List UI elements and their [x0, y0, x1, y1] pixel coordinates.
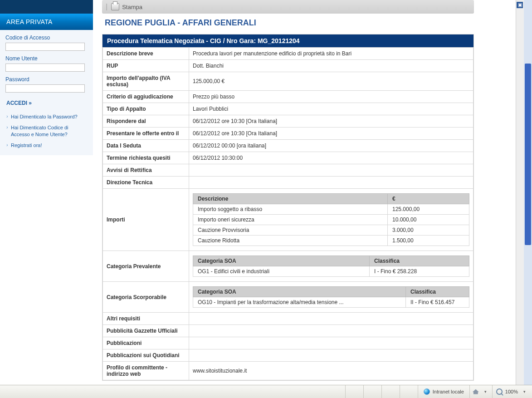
- row-pubblicazioni: Pubblicazioni: [103, 337, 473, 349]
- sidebar: AREA PRIVATA Codice di Accesso Nome Uten…: [0, 0, 93, 385]
- zone-label: Intranet locale: [433, 389, 464, 394]
- print-button[interactable]: Stampa: [111, 3, 142, 10]
- label: Importi: [103, 189, 189, 251]
- status-home[interactable]: ▾: [469, 385, 492, 398]
- value: www.sitoistituzionale.it: [189, 362, 473, 380]
- label: Presentare le offerte entro il: [103, 128, 189, 140]
- label: Termine richiesta quesiti: [103, 152, 189, 164]
- label: Profilo di committente - indirizzo web: [103, 362, 189, 380]
- col-classifica: Classifica: [406, 287, 469, 297]
- value: Descrizione € Importo soggetto a ribasso…: [189, 189, 473, 251]
- label: Pubblicazioni: [103, 337, 189, 349]
- zoom-value: 100%: [505, 389, 518, 394]
- home-icon: [473, 389, 479, 394]
- label: Categoria Scorporabile: [103, 282, 189, 313]
- table-row: Cauzione Provvisoria3.000,00: [193, 225, 469, 236]
- chevron-down-icon[interactable]: ▾: [482, 389, 489, 394]
- register-link[interactable]: Registrati ora!: [11, 142, 42, 148]
- value: [189, 313, 473, 325]
- row-prevalente: Categoria Prevalente Categoria SOA Class…: [103, 251, 473, 282]
- col-classifica: Classifica: [370, 256, 469, 266]
- label: Rispondere dal: [103, 115, 189, 128]
- row-criterio: Criterio di aggiudicazione Prezzo più ba…: [103, 91, 473, 103]
- row-rispondere: Rispondere dal 06/12/2012 ore 10:30 [Ora…: [103, 115, 473, 128]
- user-input[interactable]: [5, 64, 85, 72]
- chevron-down-icon[interactable]: ▾: [521, 389, 528, 394]
- value: 125.000,00 €: [189, 72, 473, 91]
- col-soa: Categoria SOA: [193, 287, 406, 297]
- table-row: Importo oneri sicurezza10.000,00: [193, 215, 469, 225]
- status-seg-empty: [345, 385, 363, 398]
- importi-table: Descrizione € Importo soggetto a ribasso…: [193, 193, 469, 246]
- value: [189, 349, 473, 362]
- forgot-password-link[interactable]: Hai Dimenticato la Password?: [11, 114, 78, 119]
- value: Dott. Bianchi: [189, 60, 473, 72]
- collapse-icon[interactable]: ▣: [517, 2, 523, 8]
- help-links: Hai Dimenticato la Password? Hai Dimenti…: [5, 112, 88, 151]
- value: 06/12/2012 00:00 [ora italiana]: [189, 140, 473, 152]
- row-altri: Altri requisiti: [103, 313, 473, 325]
- forgot-code-user-link[interactable]: Hai Dimenticato Codice di Accesso e Nome…: [11, 125, 68, 138]
- detail-panel: Procedura Telematica Negoziata - CIG / N…: [102, 34, 474, 381]
- label: Pubblicazioni sui Quotidiani: [103, 349, 189, 362]
- label: Data I Seduta: [103, 140, 189, 152]
- row-gazzette: Pubblicità Gazzette Ufficiali: [103, 325, 473, 337]
- label: Descrizione breve: [103, 48, 189, 60]
- value: 06/12/2012 ore 10:30 [Ora Italiana]: [189, 128, 473, 140]
- globe-icon: [424, 388, 430, 395]
- row-quotidiani: Pubblicazioni sui Quotidiani: [103, 349, 473, 362]
- status-zoom[interactable]: 100% ▾: [492, 385, 532, 398]
- browser-statusbar: Intranet locale ▾ 100% ▾: [0, 385, 532, 398]
- value: [189, 325, 473, 337]
- row-scorporabile: Categoria Scorporabile Categoria SOA Cla…: [103, 282, 473, 313]
- print-icon: [111, 3, 119, 10]
- code-label: Codice di Accesso: [5, 34, 88, 41]
- table-row: Cauzione Ridotta1.500,00: [193, 236, 469, 246]
- pass-input[interactable]: [5, 84, 85, 93]
- zoom-icon: [496, 388, 503, 395]
- value: [189, 164, 473, 177]
- outer-scrollbar[interactable]: [524, 0, 532, 385]
- table-row: Importo soggetto a ribasso125.000,00: [193, 204, 469, 215]
- sidebar-top-bar: [0, 0, 93, 14]
- row-importo: Importo dell'appalto (IVA esclusa) 125.0…: [103, 72, 473, 91]
- table-row: OG1 - Edifici civili e industrialiI - Fi…: [193, 266, 469, 277]
- label: Direzione Tecnica: [103, 177, 189, 189]
- row-profilo: Profilo di committente - indirizzo web w…: [103, 362, 473, 380]
- inner-scrollbar[interactable]: ▣: [516, 0, 524, 385]
- value: [189, 337, 473, 349]
- label: Pubblicità Gazzette Ufficiali: [103, 325, 189, 337]
- login-form: Codice di Accesso Nome Utente Password A…: [0, 30, 93, 155]
- table-row: OG10 - Impianti per la trasformazione al…: [193, 297, 469, 308]
- value: 06/12/2012 ore 10:30 [Ora Italiana]: [189, 115, 473, 128]
- status-seg-empty: [381, 385, 400, 398]
- status-zone: Intranet locale: [418, 385, 469, 398]
- value: Prezzo più basso: [189, 91, 473, 103]
- detail-table: Descrizione breve Procedura lavori per m…: [102, 47, 473, 380]
- status-seg-empty: [400, 385, 418, 398]
- col-soa: Categoria SOA: [193, 256, 370, 266]
- value: 06/12/2012 10:30:00: [189, 152, 473, 164]
- scrollbar-thumb[interactable]: [525, 64, 531, 245]
- value: Procedura lavori per manutenzione edific…: [189, 48, 473, 60]
- page-title: REGIONE PUGLIA - AFFARI GENERALI: [105, 18, 474, 28]
- value: Categoria SOA Classifica OG10 - Impianti…: [189, 282, 473, 313]
- label: Avvisi di Rettifica: [103, 164, 189, 177]
- row-tipo: Tipo di Appalto Lavori Pubblici: [103, 103, 473, 115]
- prevalente-table: Categoria SOA Classifica OG1 - Edifici c…: [193, 256, 469, 277]
- value: [189, 177, 473, 189]
- sidebar-title: AREA PRIVATA: [0, 14, 93, 30]
- print-label: Stampa: [122, 4, 142, 10]
- row-rup: RUP Dott. Bianchi: [103, 60, 473, 72]
- row-quesiti: Termine richiesta quesiti 06/12/2012 10:…: [103, 152, 473, 164]
- login-button[interactable]: ACCEDI »: [5, 97, 33, 109]
- value: Lavori Pubblici: [189, 103, 473, 115]
- value: Categoria SOA Classifica OG1 - Edifici c…: [189, 251, 473, 282]
- label: RUP: [103, 60, 189, 72]
- toolbar-separator: |: [106, 3, 107, 11]
- label: Criterio di aggiudicazione: [103, 91, 189, 103]
- code-input[interactable]: [5, 43, 85, 51]
- row-presentare: Presentare le offerte entro il 06/12/201…: [103, 128, 473, 140]
- label: Importo dell'appalto (IVA esclusa): [103, 72, 189, 91]
- row-seduta: Data I Seduta 06/12/2012 00:00 [ora ital…: [103, 140, 473, 152]
